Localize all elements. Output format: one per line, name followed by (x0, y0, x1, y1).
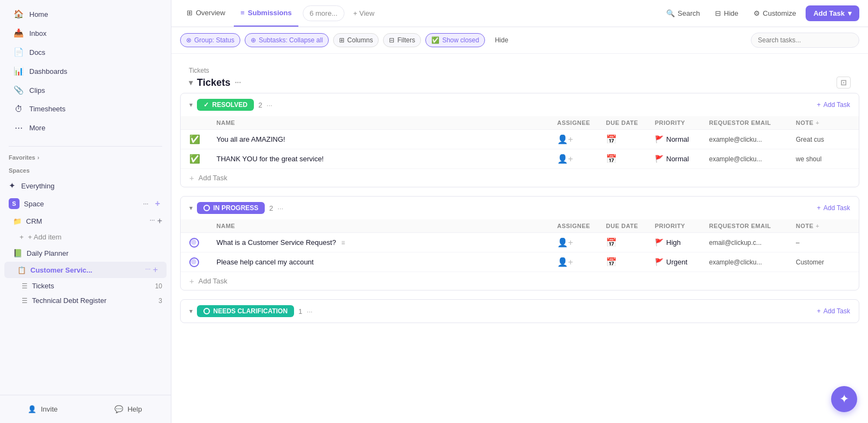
sidebar-item-clips[interactable]: 📎 Clips (4, 81, 167, 99)
chevron-right-icon: › (37, 155, 39, 161)
duedate-cell[interactable]: 📅 (606, 154, 655, 164)
group-status-button[interactable]: ⊗ Group: Status (180, 33, 240, 47)
table-row[interactable]: ✅ THANK YOU for the great service! 👤+ 📅 … (181, 149, 859, 169)
cs-actions: ··· + (145, 265, 158, 275)
needsclarif-badge: NEEDS CLARIFICATION (197, 305, 294, 317)
table-row[interactable]: Please help cancel my account 👤+ 📅 🚩 Urg… (181, 252, 859, 272)
help-button[interactable]: 💬 Help (86, 400, 171, 419)
sidebar-item-daily-planner[interactable]: 📗 Daily Planner (0, 245, 171, 261)
tech-debt-count: 3 (158, 297, 162, 305)
add-task-button[interactable]: Add Task ▾ (806, 5, 859, 21)
add-column-icon[interactable]: + (816, 223, 820, 229)
duedate-cell[interactable]: 📅 (606, 134, 655, 144)
sidebar-item-dashboards[interactable]: 📊 Dashboards (4, 62, 167, 80)
priority-cell[interactable]: 🚩 High (655, 238, 709, 247)
priority-label: Normal (666, 155, 689, 163)
priority-cell[interactable]: 🚩 Urgent (655, 258, 709, 266)
search-button[interactable]: 🔍 Search (661, 6, 705, 21)
space-dots-button[interactable]: ··· (141, 199, 151, 209)
top-nav: ⊞ Overview ≡ Submissions 6 more... + Vie… (171, 0, 868, 27)
list-icon: ≡ (341, 239, 345, 247)
add-task-inprogress-button[interactable]: + Add Task (817, 204, 850, 212)
task-name[interactable]: You all are AMAZING! (216, 135, 557, 143)
sidebar-item-home[interactable]: 🏠 Home (4, 5, 167, 23)
group-dots-button[interactable]: ··· (307, 307, 312, 315)
duedate-cell[interactable]: 📅 (606, 257, 655, 267)
task-name[interactable]: THANK YOU for the great service! (216, 155, 557, 163)
group-dots-button[interactable]: ··· (266, 101, 272, 109)
favorites-section[interactable]: Favorites › (0, 151, 171, 164)
show-closed-button[interactable]: ✅ Show closed (425, 33, 485, 47)
invite-button[interactable]: 👤 Invite (0, 400, 86, 419)
tab-submissions[interactable]: ≡ Submissions (234, 0, 298, 27)
columns-button[interactable]: ⊞ Columns (333, 33, 379, 47)
sidebar-item-label: Dashboards (29, 67, 67, 75)
col-assignee: Assignee (557, 223, 606, 229)
add-task-row[interactable]: + Add Task (181, 272, 859, 290)
toolbar: ⊗ Group: Status ⊕ Subtasks: Collapse all… (171, 27, 868, 54)
everything-label: Everything (21, 182, 54, 190)
sidebar-item-tickets[interactable]: ☰ Tickets 10 (0, 279, 171, 293)
duedate-cell[interactable]: 📅 (606, 237, 655, 248)
cs-dots-button[interactable]: ··· (145, 265, 151, 275)
task-name[interactable]: Please help cancel my account (216, 258, 557, 266)
group-needsclarif-header[interactable]: ▾ NEEDS CLARIFICATION 1 ··· + Add Task (181, 300, 859, 323)
add-task-needsclarif-button[interactable]: + Add Task (817, 307, 850, 315)
tech-debt-list-icon: ☰ (22, 297, 28, 305)
sidebar-item-space[interactable]: S Space ··· + (0, 194, 171, 213)
dashboards-icon: 📊 (13, 66, 24, 76)
col-priority: Priority (655, 223, 709, 229)
customize-button[interactable]: ⚙ Customize (748, 6, 801, 21)
sidebar-item-everything[interactable]: ✦ Everything (0, 177, 171, 194)
group-inprogress-header[interactable]: ▾ IN PROGRESS 2 ··· + Add Task (181, 197, 859, 219)
fab-button[interactable]: ✦ (831, 386, 857, 412)
tickets-dots-button[interactable]: ··· (235, 78, 241, 87)
crm-add-button[interactable]: + (157, 216, 162, 226)
columns-icon: ⊞ (339, 36, 344, 44)
group-status-label: Group: Status (194, 36, 234, 44)
hide-button[interactable]: ⊟ Hide (710, 6, 744, 21)
sidebar-item-customer-service[interactable]: 📋 Customer Servic... ··· + (4, 262, 167, 278)
priority-cell[interactable]: 🚩 Normal (655, 155, 709, 163)
subtasks-button[interactable]: ⊕ Subtasks: Collapse all (245, 33, 329, 47)
assignee-cell[interactable]: 👤+ (557, 154, 606, 164)
sidebar-item-more[interactable]: ⋯ More (4, 118, 167, 137)
sidebar-item-timesheets[interactable]: ⏱ Timesheets (4, 100, 167, 118)
search-tasks-input[interactable] (751, 33, 859, 48)
crm-dots-button[interactable]: ··· (150, 216, 155, 226)
add-item-button[interactable]: + + Add item (0, 229, 171, 245)
tab-label: Submissions (248, 9, 292, 17)
sidebar-item-docs[interactable]: 📄 Docs (4, 43, 167, 61)
table-row[interactable]: What is a Customer Service Request? ≡ 👤+… (181, 233, 859, 252)
group-dots-button[interactable]: ··· (278, 204, 284, 212)
priority-cell[interactable]: 🚩 Normal (655, 135, 709, 143)
add-view-button[interactable]: + View (347, 6, 381, 21)
timesheets-icon: ⏱ (13, 104, 24, 113)
space-add-button[interactable]: + (153, 198, 162, 210)
columns-label: Columns (347, 36, 373, 44)
toolbar-hide-button[interactable]: Hide (489, 34, 514, 47)
assignee-cell[interactable]: 👤+ (557, 257, 606, 267)
expand-icon[interactable]: ⊡ (837, 77, 851, 89)
cs-add-button[interactable]: + (153, 265, 158, 275)
add-column-icon[interactable]: + (816, 119, 820, 126)
home-icon: 🏠 (13, 9, 24, 19)
sidebar-item-inbox[interactable]: 📥 Inbox (4, 24, 167, 42)
tab-overview[interactable]: ⊞ Overview (180, 0, 232, 27)
table-row[interactable]: ✅ You all are AMAZING! 👤+ 📅 🚩 Normal exa… (181, 130, 859, 149)
assignee-cell[interactable]: 👤+ (557, 134, 606, 144)
group-resolved-header[interactable]: ▾ ✓ RESOLVED 2 ··· + Add Task (181, 93, 859, 116)
group-resolved: ▾ ✓ RESOLVED 2 ··· + Add Task Name Assig… (180, 93, 859, 187)
filters-button[interactable]: ⊟ Filters (383, 33, 421, 47)
add-task-row[interactable]: + Add Task (181, 169, 859, 187)
space-label: Space (24, 200, 141, 208)
add-task-resolved-button[interactable]: + Add Task (817, 101, 850, 109)
filters-label: Filters (397, 36, 415, 44)
resolved-status-icon: ✅ (189, 154, 200, 164)
sidebar-item-tech-debt[interactable]: ☰ Technical Debt Register 3 (0, 293, 171, 308)
assignee-cell[interactable]: 👤+ (557, 237, 606, 248)
main-content: ⊞ Overview ≡ Submissions 6 more... + Vie… (171, 0, 868, 423)
task-name[interactable]: What is a Customer Service Request? ≡ (216, 238, 557, 247)
sidebar-item-crm[interactable]: 📁 CRM ··· + (0, 213, 171, 229)
more-tabs-button[interactable]: 6 more... (303, 5, 344, 21)
